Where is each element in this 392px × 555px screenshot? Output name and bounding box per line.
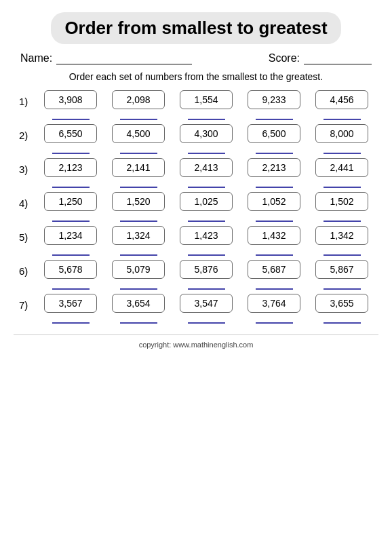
number-col: 3,567	[39, 294, 102, 324]
answer-line	[256, 183, 293, 188]
problem-number: 5)	[19, 226, 39, 243]
number-col: 1,520	[107, 192, 170, 222]
score-label: Score:	[269, 52, 300, 64]
number-box: 5,867	[315, 260, 368, 279]
answer-line	[256, 318, 293, 324]
problem-row: 1)3,9082,0981,5549,2334,456	[14, 90, 378, 120]
answer-line	[52, 183, 90, 188]
problem-row: 3)2,1232,1412,4132,2132,441	[14, 158, 378, 188]
number-box: 5,678	[44, 260, 97, 279]
number-col: 9,233	[243, 90, 305, 120]
number-box: 6,550	[44, 124, 97, 143]
number-box: 3,655	[315, 294, 368, 313]
number-col: 4,300	[175, 124, 237, 154]
answer-line	[188, 183, 225, 188]
number-box: 3,764	[248, 294, 300, 313]
answer-line	[120, 149, 157, 154]
numbers-group: 5,6785,0795,8765,6875,867	[39, 260, 373, 290]
answer-line	[324, 318, 361, 324]
answer-line	[324, 216, 361, 222]
name-field: Name:	[20, 52, 192, 64]
answer-line	[324, 115, 361, 120]
number-box: 1,520	[112, 192, 165, 211]
number-box: 2,141	[112, 158, 165, 177]
number-box: 2,413	[180, 158, 233, 177]
problem-number: 3)	[19, 158, 39, 175]
answer-line	[256, 115, 293, 120]
number-box: 9,233	[248, 90, 300, 109]
numbers-group: 3,9082,0981,5549,2334,456	[39, 90, 373, 120]
answer-line	[120, 250, 157, 256]
problem-number: 2)	[19, 124, 39, 141]
number-col: 1,432	[243, 226, 305, 256]
answer-line	[256, 216, 293, 222]
score-field: Score:	[269, 52, 372, 64]
number-box: 2,123	[44, 158, 97, 177]
numbers-group: 3,5673,6543,5473,7643,655	[39, 294, 373, 324]
number-box: 4,300	[180, 124, 233, 143]
answer-line	[188, 115, 225, 120]
problem-number: 6)	[19, 260, 39, 277]
number-col: 1,052	[243, 192, 305, 222]
problem-row: 2)6,5504,5004,3006,5008,000	[14, 124, 378, 154]
number-box: 1,025	[180, 192, 233, 211]
number-box: 1,234	[44, 226, 97, 245]
number-box: 4,500	[112, 124, 165, 143]
number-col: 6,500	[243, 124, 305, 154]
number-box: 1,502	[315, 192, 368, 211]
number-box: 5,876	[180, 260, 233, 279]
answer-line	[324, 183, 361, 188]
answer-line	[256, 250, 293, 256]
answer-line	[120, 216, 157, 222]
problem-number: 7)	[19, 294, 39, 311]
number-box: 8,000	[315, 124, 368, 143]
answer-line	[52, 149, 90, 154]
problem-row: 7)3,5673,6543,5473,7643,655	[14, 294, 378, 324]
number-box: 3,908	[44, 90, 97, 109]
answer-line	[52, 115, 90, 120]
number-col: 1,234	[39, 226, 102, 256]
problem-number: 1)	[19, 90, 39, 107]
number-box: 1,324	[112, 226, 165, 245]
number-box: 1,052	[248, 192, 300, 211]
answer-line	[120, 318, 157, 324]
answer-line	[52, 318, 90, 324]
number-col: 5,678	[39, 260, 102, 290]
number-col: 4,500	[107, 124, 170, 154]
page-title: Order from smallest to greatest	[51, 12, 340, 44]
answer-line	[120, 183, 157, 188]
number-box: 2,098	[112, 90, 165, 109]
problem-row: 4)1,2501,5201,0251,0521,502	[14, 192, 378, 222]
number-col: 5,079	[107, 260, 170, 290]
number-box: 4,456	[315, 90, 368, 109]
number-col: 2,213	[243, 158, 305, 188]
answer-line	[188, 284, 225, 290]
answer-line	[256, 149, 293, 154]
number-col: 3,908	[39, 90, 102, 120]
number-col: 2,413	[175, 158, 237, 188]
problems-container: 1)3,9082,0981,5549,2334,4562)6,5504,5004…	[14, 90, 378, 324]
number-col: 4,456	[311, 90, 373, 120]
answer-line	[120, 115, 157, 120]
name-label: Name:	[20, 52, 52, 64]
number-col: 5,687	[243, 260, 305, 290]
answer-line	[188, 149, 225, 154]
number-box: 2,213	[248, 158, 300, 177]
number-col: 1,423	[175, 226, 237, 256]
name-input-line	[56, 52, 192, 64]
number-box: 1,554	[180, 90, 233, 109]
number-col: 1,554	[175, 90, 237, 120]
answer-line	[120, 284, 157, 290]
instructions: Order each set of numbers from the small…	[14, 71, 378, 82]
answer-line	[324, 284, 361, 290]
number-box: 3,567	[44, 294, 97, 313]
number-box: 2,441	[315, 158, 368, 177]
number-col: 1,324	[107, 226, 170, 256]
number-col: 1,502	[311, 192, 373, 222]
number-col: 3,655	[311, 294, 373, 324]
number-box: 1,432	[248, 226, 300, 245]
number-col: 8,000	[311, 124, 373, 154]
number-box: 1,250	[44, 192, 97, 211]
problem-number: 4)	[19, 192, 39, 209]
number-col: 2,098	[107, 90, 170, 120]
